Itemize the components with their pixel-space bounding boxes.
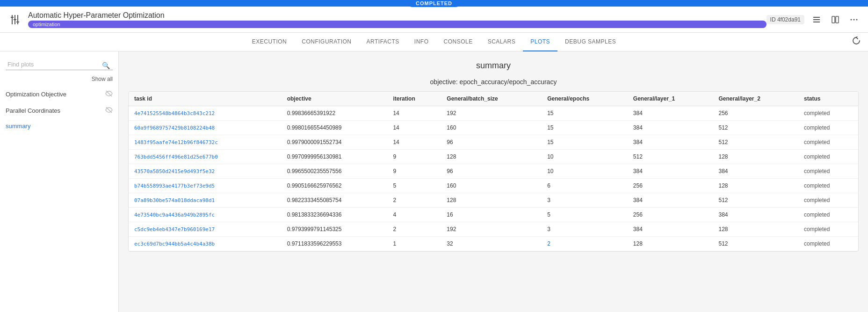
- cell-layer-2: 128: [713, 222, 798, 237]
- cell-iteration: 14: [387, 106, 441, 121]
- cell-layer-1: 512: [628, 150, 713, 164]
- cell-status: completed: [798, 121, 858, 135]
- svg-rect-9: [832, 16, 835, 23]
- cell-epochs: 3: [542, 193, 628, 208]
- sidebar-item-summary[interactable]: summary: [0, 119, 118, 133]
- cell-epochs: 15: [542, 106, 628, 121]
- cell-status: completed: [798, 135, 858, 150]
- col-objective: objective: [282, 92, 388, 106]
- tab-plots[interactable]: PLOTS: [523, 33, 557, 51]
- header-actions: ID 4f02da91: [767, 13, 861, 26]
- cell-epochs: 2: [542, 237, 628, 251]
- status-bar: COMPLETED: [0, 0, 868, 7]
- cell-layer-2: 256: [713, 106, 798, 121]
- page-title: Automatic Hyper-Parameter Optimization: [28, 11, 767, 20]
- cell-task-id[interactable]: 43570a5850d2415e9d493f5e32: [129, 164, 282, 179]
- svg-point-13: [856, 19, 858, 20]
- list-view-button[interactable]: [810, 13, 823, 26]
- cell-batch-size: 96: [441, 164, 542, 179]
- cell-layer-1: 256: [628, 208, 713, 222]
- nav-tabs: EXECUTION CONFIGURATION ARTIFACTS INFO C…: [0, 33, 868, 51]
- cell-epochs: 6: [542, 179, 628, 193]
- cell-epochs: 5: [542, 208, 628, 222]
- col-batch-size: General/batch_size: [441, 92, 542, 106]
- summary-table-container: task id objective iteration General/batc…: [128, 91, 859, 252]
- cell-layer-1: 384: [628, 106, 713, 121]
- cell-epochs: 10: [542, 150, 628, 164]
- table-row: 4e73540bc9a4436a949b2895fc 0.98138332366…: [129, 208, 858, 222]
- table-row: 763bdd5456ff496e81d25e677b0 0.9970999956…: [129, 150, 858, 164]
- table-row: ec3c69d7bc944bb5a4c4b4a38b 0.97118335962…: [129, 237, 858, 251]
- section-title: summary: [128, 61, 859, 71]
- cell-status: completed: [798, 193, 858, 208]
- cell-iteration: 2: [387, 222, 441, 237]
- cell-iteration: 14: [387, 121, 441, 135]
- refresh-button[interactable]: [852, 36, 861, 47]
- sidebar-item-optimization-objective[interactable]: Optimization Objective: [0, 86, 118, 102]
- svg-rect-8: [813, 22, 820, 22]
- show-all-link[interactable]: Show all: [92, 76, 113, 82]
- cell-status: completed: [798, 106, 858, 121]
- cell-batch-size: 160: [441, 121, 542, 135]
- cell-layer-2: 128: [713, 150, 798, 164]
- tab-debug-samples[interactable]: DEBUG SAMPLES: [557, 33, 623, 51]
- cell-objective: 0.99836665391922: [282, 106, 388, 121]
- cell-task-id[interactable]: 4e73540bc9a4436a949b2895fc: [129, 208, 282, 222]
- cell-objective: 0.9822333455085754: [282, 193, 388, 208]
- app-logo: [7, 12, 22, 27]
- cell-layer-1: 384: [628, 121, 713, 135]
- cell-layer-2: 512: [713, 135, 798, 150]
- hide-icon-optimization: [105, 90, 113, 99]
- tab-console[interactable]: CONSOLE: [436, 33, 480, 51]
- cell-objective: 0.9813833236694336: [282, 208, 388, 222]
- sidebar-item-label: summary: [6, 123, 30, 130]
- cell-task-id[interactable]: c5dc9eb4eb4347e7b960169e17: [129, 222, 282, 237]
- cell-layer-2: 384: [713, 208, 798, 222]
- tab-info[interactable]: INFO: [407, 33, 436, 51]
- svg-rect-10: [836, 16, 839, 23]
- table-row: 4e741525548b4864b3c843c212 0.99836665391…: [129, 106, 858, 121]
- col-status: status: [798, 92, 858, 106]
- search-icon: 🔍: [102, 62, 110, 69]
- cell-status: completed: [798, 208, 858, 222]
- cell-layer-2: 512: [713, 237, 798, 251]
- more-options-button[interactable]: [847, 13, 861, 26]
- cell-task-id[interactable]: 07a89b30be574a018ddaca98d1: [129, 193, 282, 208]
- cell-task-id[interactable]: 763bdd5456ff496e81d25e677b0: [129, 150, 282, 164]
- id-value: 4f02da91: [777, 16, 801, 23]
- show-all-wrap: Show all: [0, 76, 118, 86]
- cell-epochs: 15: [542, 121, 628, 135]
- svg-rect-7: [813, 19, 820, 20]
- cell-status: completed: [798, 237, 858, 251]
- summary-table: task id objective iteration General/batc…: [129, 92, 858, 251]
- cell-batch-size: 128: [441, 150, 542, 164]
- split-view-button[interactable]: [829, 13, 842, 26]
- cell-task-id[interactable]: ec3c69d7bc944bb5a4c4b4a38b: [129, 237, 282, 251]
- tab-artifacts[interactable]: ARTIFACTS: [359, 33, 407, 51]
- search-input[interactable]: [6, 59, 113, 70]
- tab-execution[interactable]: EXECUTION: [245, 33, 295, 51]
- id-label: ID: [770, 16, 776, 23]
- cell-task-id[interactable]: 1483f95aafe74e12b96f846732c: [129, 135, 282, 150]
- cell-task-id[interactable]: 60a9f9689757429b8108224b48: [129, 121, 282, 135]
- col-epochs: General/epochs: [542, 92, 628, 106]
- cell-iteration: 2: [387, 193, 441, 208]
- tab-configuration[interactable]: CONFIGURATION: [294, 33, 359, 51]
- sidebar-item-parallel-coordinates[interactable]: Parallel Coordinates: [0, 102, 118, 119]
- cell-task-id[interactable]: 4e741525548b4864b3c843c212: [129, 106, 282, 121]
- sidebar: 🔍 Show all Optimization Objective Parall…: [0, 51, 119, 312]
- cell-layer-2: 512: [713, 121, 798, 135]
- cell-objective: 0.9980166554450989: [282, 121, 388, 135]
- cell-iteration: 9: [387, 164, 441, 179]
- cell-layer-2: 512: [713, 193, 798, 208]
- cell-status: completed: [798, 222, 858, 237]
- cell-iteration: 9: [387, 150, 441, 164]
- cell-batch-size: 16: [441, 208, 542, 222]
- cell-epochs: 3: [542, 222, 628, 237]
- cell-task-id[interactable]: b74b558993ae4177b3ef73e9d5: [129, 179, 282, 193]
- tab-scalars[interactable]: SCALARS: [480, 33, 523, 51]
- task-id: ID 4f02da91: [767, 15, 804, 24]
- cell-layer-1: 128: [628, 237, 713, 251]
- cell-objective: 0.9905166625976562: [282, 179, 388, 193]
- cell-batch-size: 160: [441, 179, 542, 193]
